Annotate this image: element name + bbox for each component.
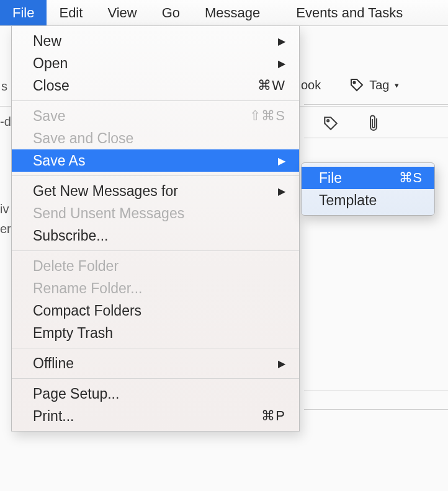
menu-item-subscribe[interactable]: Subscribe...	[12, 224, 299, 247]
submenu-arrow-icon: ▶	[274, 358, 285, 369]
menubar: File Edit View Go Message Events and Tas…	[0, 0, 448, 26]
menu-item-send-unsent: Send Unsent Messages	[12, 202, 299, 224]
submenu-arrow-icon: ▶	[274, 58, 285, 69]
menubar-item-events[interactable]: Events and Tasks	[284, 0, 415, 25]
menu-item-delete-folder: Delete Folder	[12, 255, 299, 277]
submenu-arrow-icon: ▶	[274, 185, 285, 197]
menu-label: Compact Folders	[33, 303, 285, 319]
save-as-submenu: File ⌘S Template	[301, 162, 435, 216]
bg-text-s: s	[1, 79, 7, 94]
submenu-item-file[interactable]: File ⌘S	[302, 167, 434, 189]
menu-label: Rename Folder...	[33, 280, 285, 297]
menubar-item-go[interactable]: Go	[150, 0, 192, 25]
submenu-label: Template	[319, 192, 422, 209]
menubar-label: Edit	[59, 5, 83, 21]
menu-label: Save As	[33, 153, 274, 169]
submenu-item-template[interactable]: Template	[302, 189, 434, 211]
menu-label: Close	[33, 77, 258, 94]
content-divider-2	[304, 409, 448, 410]
menu-label: Delete Folder	[33, 258, 285, 275]
menu-label: Page Setup...	[33, 386, 285, 402]
tag-label: Tag	[369, 78, 389, 92]
menu-item-save-as[interactable]: Save As ▶	[12, 149, 299, 172]
svg-point-0	[354, 81, 356, 83]
tag-button[interactable]: Tag ▾	[349, 77, 398, 92]
menu-label: Save	[33, 108, 249, 125]
menu-label: New	[33, 33, 274, 50]
submenu-shortcut: ⌘S	[399, 170, 422, 186]
menu-separator	[12, 175, 299, 176]
menu-label: Send Unsent Messages	[33, 205, 285, 222]
menu-label: Get New Messages for	[33, 183, 274, 200]
toolbar-row-2	[323, 115, 381, 132]
toolbar-row: ook Tag ▾	[301, 77, 399, 92]
menu-shortcut: ⇧⌘S	[249, 108, 285, 124]
menu-label: Print...	[33, 408, 261, 425]
menubar-item-view[interactable]: View	[95, 0, 149, 25]
content-divider	[304, 391, 448, 391]
menubar-item-message[interactable]: Message	[192, 0, 272, 25]
menu-item-print[interactable]: Print... ⌘P	[12, 405, 299, 427]
menubar-item-edit[interactable]: Edit	[47, 0, 95, 25]
menubar-label: View	[107, 5, 137, 21]
chevron-down-icon: ▾	[395, 81, 399, 90]
menu-item-empty-trash[interactable]: Empty Trash	[12, 322, 299, 344]
menu-item-rename-folder: Rename Folder...	[12, 277, 299, 299]
menu-shortcut: ⌘W	[258, 77, 285, 94]
toolbar-divider	[304, 104, 448, 105]
menu-item-get-new-messages[interactable]: Get New Messages for ▶	[12, 180, 299, 202]
menu-item-offline[interactable]: Offline ▶	[12, 352, 299, 374]
file-menu: New ▶ Open ▶ Close ⌘W Save ⇧⌘S Save and …	[11, 26, 300, 431]
menu-label: Open	[33, 55, 274, 72]
menu-item-new[interactable]: New ▶	[12, 30, 299, 52]
svg-point-1	[327, 120, 329, 122]
submenu-label: File	[319, 170, 399, 187]
menu-separator	[12, 348, 299, 348]
menu-item-save: Save ⇧⌘S	[12, 105, 299, 127]
menu-label: Save and Close	[33, 130, 285, 147]
menu-separator	[12, 250, 299, 251]
addressbook-fragment: ook	[301, 78, 321, 92]
menu-shortcut: ⌘P	[261, 408, 285, 424]
menu-item-close[interactable]: Close ⌘W	[12, 74, 299, 97]
submenu-arrow-icon: ▶	[274, 155, 285, 167]
menu-label: Offline	[33, 355, 274, 372]
menu-separator	[12, 378, 299, 379]
menu-label: Empty Trash	[33, 325, 285, 342]
menu-separator	[12, 100, 299, 101]
tag-icon	[349, 77, 364, 92]
menu-item-open[interactable]: Open ▶	[12, 52, 299, 74]
tag-outline-icon[interactable]	[323, 115, 339, 131]
menu-item-page-setup[interactable]: Page Setup...	[12, 383, 299, 405]
bg-text-er: er	[0, 222, 11, 236]
paperclip-icon[interactable]	[366, 115, 381, 132]
menubar-item-file[interactable]: File	[0, 0, 47, 25]
menubar-label: Go	[162, 5, 180, 21]
bg-text-dash: -d	[0, 115, 11, 129]
menu-label: Subscribe...	[33, 228, 285, 244]
bg-text-iv: iv	[0, 202, 9, 216]
toolbar-divider-2	[304, 138, 448, 138]
menu-item-save-and-close: Save and Close	[12, 127, 299, 149]
submenu-arrow-icon: ▶	[274, 35, 285, 47]
menu-item-compact-folders[interactable]: Compact Folders	[12, 299, 299, 322]
menubar-label: Message	[205, 5, 260, 21]
menubar-label: File	[12, 5, 34, 21]
menubar-label: Events and Tasks	[296, 5, 403, 21]
